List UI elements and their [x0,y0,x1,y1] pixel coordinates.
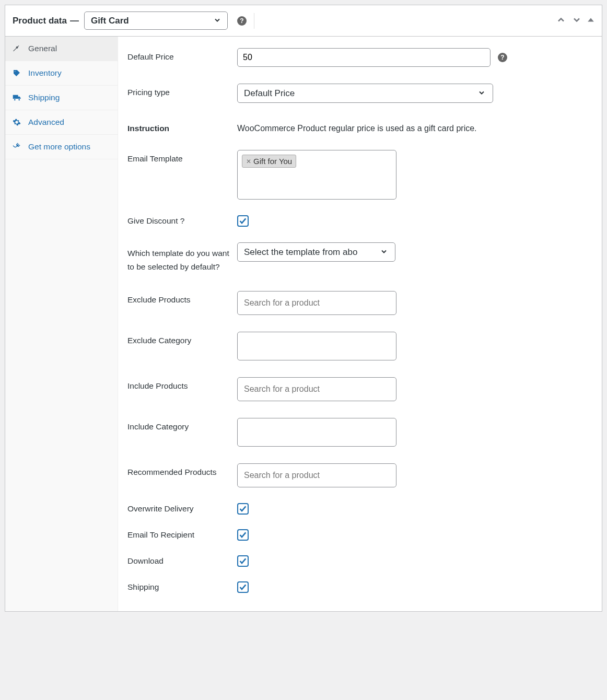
download-label: Download [127,555,237,566]
exclude-products-input[interactable]: Search for a product [237,291,396,315]
email-template-tagbox[interactable]: ✕ Gift for You [237,150,396,200]
gear-icon [13,118,22,126]
shipping-label: Shipping [127,581,237,592]
tab-more-options[interactable]: Get more options [5,135,118,159]
field-instruction: Instruction WooCommerce Product regular … [127,114,591,145]
collapse-button[interactable] [587,16,594,25]
plug-icon [13,143,22,151]
instruction-label: Instruction [127,120,237,133]
shipping-checkbox[interactable] [237,581,249,593]
give-discount-label: Give Discount ? [127,215,237,226]
tag-text: Gift for You [253,157,292,166]
pricing-type-select[interactable]: Default Price [237,84,493,103]
field-email-to-recipient: Email To Recipient [127,525,591,551]
exclude-products-label: Exclude Products [127,291,237,305]
give-discount-checkbox[interactable] [237,215,249,227]
field-exclude-products: Exclude Products Search for a product [127,286,591,326]
product-type-select[interactable]: Gift Card [84,11,228,30]
header-actions [556,15,594,27]
pricing-type-label: Pricing type [127,84,237,97]
recommended-products-label: Recommended Products [127,463,237,477]
include-category-label: Include Category [127,418,237,431]
tag-icon [13,69,22,77]
tab-label: Advanced [28,118,64,127]
close-icon[interactable]: ✕ [246,158,251,165]
email-template-tag[interactable]: ✕ Gift for You [242,155,296,168]
move-down-button[interactable] [571,15,582,27]
field-give-discount: Give Discount ? [127,211,591,237]
include-category-input[interactable] [237,418,396,447]
email-template-label: Email Template [127,150,237,164]
product-data-panel: Product data — Gift Card ? [5,5,602,612]
product-type-select-wrap: Gift Card [84,11,228,30]
include-products-label: Include Products [127,377,237,391]
field-include-products: Include Products Search for a product [127,372,591,413]
default-price-label: Default Price [127,48,237,62]
exclude-category-label: Exclude Category [127,332,237,345]
field-exclude-category: Exclude Category [127,326,591,372]
email-to-recipient-checkbox[interactable] [237,529,249,541]
field-shipping: Shipping [127,577,591,593]
tab-label: Inventory [28,68,62,78]
email-to-recipient-label: Email To Recipient [127,529,237,540]
svg-point-2 [18,99,20,100]
header-separator [254,13,254,29]
panel-header: Product data — Gift Card ? [5,5,602,37]
tab-label: Get more options [28,142,90,151]
overwrite-delivery-label: Overwrite Delivery [127,503,237,514]
instruction-text: WooCommerce Product regular price is use… [237,120,477,133]
help-icon[interactable]: ? [498,53,507,62]
tab-advanced[interactable]: Advanced [5,110,118,135]
tab-general[interactable]: General [5,37,118,61]
move-up-button[interactable] [556,15,566,27]
help-icon[interactable]: ? [237,16,247,26]
truck-icon [13,94,22,102]
field-email-template: Email Template ✕ Gift for You [127,145,591,211]
panel-body: General Inventory [5,37,602,611]
recommended-products-input[interactable]: Search for a product [237,463,396,487]
svg-point-1 [14,99,16,100]
field-default-price: Default Price ? [127,43,591,78]
default-template-select[interactable]: Select the template from abo [237,242,395,262]
panel-title: Product data [13,16,67,26]
tab-inventory[interactable]: Inventory [5,61,118,86]
title-dash: — [70,16,79,26]
svg-marker-0 [588,18,594,22]
exclude-category-input[interactable] [237,332,396,360]
tab-label: General [28,44,57,53]
field-default-template: Which template do you want to be selecte… [127,237,591,286]
field-pricing-type: Pricing type Default Price [127,78,591,114]
default-price-input[interactable] [237,48,491,67]
include-products-input[interactable]: Search for a product [237,377,396,401]
tab-content-general: Default Price ? Pricing type Default Pri… [118,37,602,611]
field-download: Download [127,551,591,577]
sidebar-tabs: General Inventory [5,37,118,611]
wrench-icon [13,44,22,53]
overwrite-delivery-checkbox[interactable] [237,503,249,515]
field-recommended-products: Recommended Products Search for a produc… [127,458,591,499]
tab-shipping[interactable]: Shipping [5,86,118,110]
field-include-category: Include Category [127,413,591,458]
default-template-label: Which template do you want to be selecte… [127,242,237,274]
tab-label: Shipping [28,93,60,102]
field-overwrite-delivery: Overwrite Delivery [127,499,591,525]
download-checkbox[interactable] [237,555,249,567]
